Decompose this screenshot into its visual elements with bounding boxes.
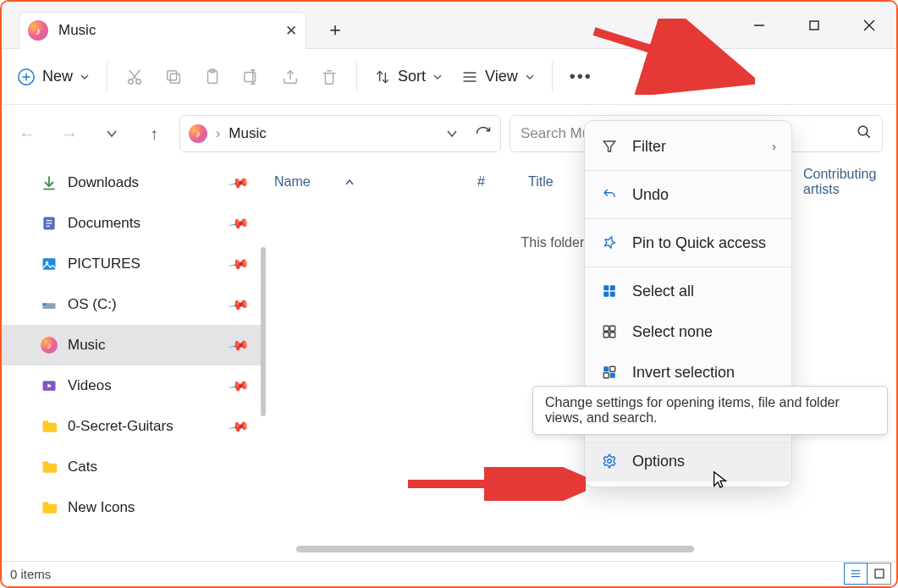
column-title[interactable]: Title bbox=[520, 174, 587, 190]
pin-icon: 📌 bbox=[227, 415, 250, 437]
cut-button[interactable] bbox=[116, 58, 153, 96]
sort-label: Sort bbox=[398, 68, 426, 85]
pin-icon: 📌 bbox=[227, 293, 250, 316]
music-icon: ♪ bbox=[28, 20, 48, 41]
tab-music[interactable]: ♪ Music ✕ bbox=[19, 12, 306, 49]
sidebar-item-videos[interactable]: Videos📌 bbox=[2, 365, 266, 406]
sort-asc-icon bbox=[344, 177, 355, 187]
sidebar-item-documents[interactable]: Documents📌 bbox=[2, 203, 266, 244]
svg-rect-43 bbox=[610, 332, 615, 338]
chevron-right-icon: › bbox=[772, 140, 776, 153]
select-all-icon bbox=[600, 283, 619, 299]
folder-icon bbox=[41, 418, 58, 435]
pin-icon: 📌 bbox=[227, 333, 250, 356]
more-button[interactable]: ••• bbox=[561, 58, 601, 96]
large-icons-toggle[interactable] bbox=[868, 563, 891, 585]
menu-select-none[interactable]: Select none bbox=[585, 311, 791, 352]
view-label: View bbox=[485, 68, 518, 85]
address-bar[interactable]: ♪ › Music bbox=[179, 115, 501, 152]
pin-icon: 📌 bbox=[227, 252, 250, 275]
details-view-toggle[interactable] bbox=[844, 563, 868, 585]
pin-icon: 📌 bbox=[227, 212, 250, 234]
sidebar-item-music[interactable]: ♪Music📌 bbox=[2, 325, 266, 365]
status-bar: 0 items bbox=[2, 561, 896, 586]
svg-rect-37 bbox=[610, 285, 615, 290]
close-window-button[interactable] bbox=[841, 4, 896, 47]
sidebar-scrollbar[interactable] bbox=[261, 247, 266, 416]
menu-filter[interactable]: Filter› bbox=[585, 126, 791, 167]
download-icon bbox=[41, 174, 58, 191]
options-tooltip: Change settings for opening items, file … bbox=[532, 386, 888, 435]
sidebar-item-new-icons[interactable]: New Icons bbox=[2, 487, 266, 528]
breadcrumb-music[interactable]: Music bbox=[229, 125, 266, 142]
folder-icon bbox=[41, 459, 58, 475]
svg-rect-38 bbox=[603, 292, 609, 297]
column-name[interactable]: Name bbox=[266, 174, 469, 190]
svg-rect-42 bbox=[603, 332, 609, 338]
copy-button[interactable] bbox=[155, 58, 192, 96]
sidebar-item-pictures[interactable]: PICTURES📌 bbox=[2, 244, 266, 284]
chevron-down-icon[interactable] bbox=[446, 128, 458, 140]
menu-pin-quick-access[interactable]: Pin to Quick access bbox=[585, 223, 791, 263]
new-tab-button[interactable]: ＋ bbox=[318, 13, 352, 47]
menu-options[interactable]: Options bbox=[585, 441, 791, 481]
item-count: 0 items bbox=[10, 567, 51, 581]
column-number[interactable]: # bbox=[469, 174, 520, 190]
menu-undo[interactable]: Undo bbox=[585, 174, 791, 215]
minimize-button[interactable] bbox=[731, 4, 786, 47]
column-headers: Name # Title Contributing artists bbox=[266, 162, 896, 201]
forward-button[interactable]: → bbox=[52, 117, 86, 151]
chevron-down-icon bbox=[80, 72, 90, 82]
maximize-button[interactable] bbox=[786, 4, 841, 47]
svg-rect-45 bbox=[610, 366, 615, 371]
invert-selection-icon bbox=[600, 365, 619, 380]
horizontal-scrollbar[interactable] bbox=[288, 544, 890, 556]
pin-icon: 📌 bbox=[227, 374, 250, 397]
svg-rect-57 bbox=[875, 569, 884, 578]
svg-rect-29 bbox=[43, 258, 56, 269]
sidebar-item-os-c[interactable]: OS (C:)📌 bbox=[2, 284, 266, 325]
svg-rect-44 bbox=[603, 366, 609, 371]
svg-point-49 bbox=[608, 459, 612, 464]
paste-button[interactable] bbox=[194, 58, 231, 96]
tab-title: Music bbox=[58, 22, 96, 39]
back-button[interactable]: ← bbox=[10, 117, 44, 151]
breadcrumb-sep-icon: › bbox=[216, 126, 220, 141]
recent-dropdown[interactable] bbox=[95, 117, 129, 151]
chevron-down-icon bbox=[525, 72, 535, 82]
filter-icon bbox=[600, 139, 619, 154]
gear-icon bbox=[600, 453, 619, 469]
drive-icon bbox=[41, 296, 58, 313]
svg-point-21 bbox=[858, 126, 868, 135]
rename-button[interactable] bbox=[233, 58, 270, 96]
document-icon bbox=[41, 215, 58, 232]
delete-button[interactable] bbox=[311, 58, 348, 96]
sidebar-item-downloads[interactable]: Downloads📌 bbox=[2, 162, 266, 203]
view-button[interactable]: View bbox=[453, 58, 543, 96]
search-icon[interactable] bbox=[857, 124, 872, 144]
up-button[interactable]: ↑ bbox=[137, 117, 171, 151]
sidebar-item-secret-guitars[interactable]: 0-Secret-Guitars📌 bbox=[2, 406, 266, 447]
svg-rect-11 bbox=[170, 74, 179, 83]
sidebar-item-cats[interactable]: Cats bbox=[2, 447, 266, 487]
svg-rect-40 bbox=[603, 326, 609, 331]
content-area: Name # Title Contributing artists This f… bbox=[266, 162, 896, 561]
sort-button[interactable]: Sort bbox=[366, 58, 451, 96]
svg-point-8 bbox=[136, 79, 141, 84]
svg-rect-32 bbox=[43, 303, 47, 305]
svg-line-22 bbox=[866, 134, 870, 138]
undo-icon bbox=[600, 187, 619, 202]
refresh-icon[interactable] bbox=[475, 125, 492, 142]
new-button[interactable]: New bbox=[8, 58, 98, 96]
empty-folder-message: This folder is empty. bbox=[266, 201, 896, 250]
titlebar: ♪ Music ✕ ＋ bbox=[2, 2, 896, 49]
pictures-icon bbox=[41, 256, 58, 272]
svg-marker-35 bbox=[603, 141, 615, 151]
close-tab-icon[interactable]: ✕ bbox=[285, 22, 297, 40]
menu-select-all[interactable]: Select all bbox=[585, 271, 791, 311]
new-label: New bbox=[42, 68, 73, 85]
svg-rect-36 bbox=[603, 285, 609, 290]
column-contributing[interactable]: Contributing artists bbox=[795, 167, 896, 197]
share-button[interactable] bbox=[272, 58, 309, 96]
music-icon: ♪ bbox=[41, 337, 58, 354]
